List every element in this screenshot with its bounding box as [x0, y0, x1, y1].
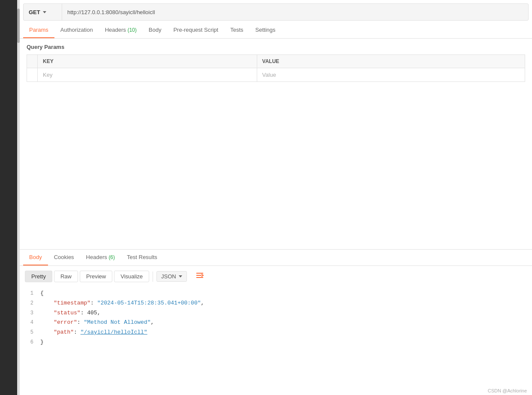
format-btn-preview[interactable]: Preview — [80, 271, 112, 282]
json-line-1: 1 { — [20, 289, 532, 299]
json-line-4: 4 "error": "Method Not Allowed", — [20, 318, 532, 328]
format-divider — [153, 271, 153, 282]
method-label: GET — [29, 9, 40, 15]
response-tab-test-results[interactable]: Test Results — [121, 250, 163, 265]
format-btn-pretty[interactable]: Pretty — [25, 271, 52, 282]
footer: CSDN @Achlorine — [20, 386, 532, 395]
value-input-cell[interactable]: Value — [257, 68, 525, 82]
json-line-3: 3 "status": 405, — [20, 308, 532, 318]
format-type-selector[interactable]: JSON — [156, 271, 187, 282]
line-num-5: 5 — [20, 329, 40, 337]
line-num-4: 4 — [20, 319, 40, 327]
json-brace-open: { — [40, 289, 532, 298]
chevron-down-icon — [43, 11, 46, 13]
json-line-2: 2 "timestamp": "2024-05-14T15:28:35.041+… — [20, 299, 532, 308]
json-brace-close: } — [40, 338, 532, 347]
json-line-3-content: "status": 405, — [40, 309, 532, 318]
value-col-header: VALUE — [257, 55, 525, 68]
params-section: Query Params KEY VALUE Key — [20, 39, 532, 82]
footer-credit: CSDN @Achlorine — [488, 388, 527, 393]
params-table: KEY VALUE Key Value — [27, 54, 525, 82]
headers-badge: (10) — [127, 27, 136, 33]
request-spacer — [20, 82, 532, 249]
scroll-thumb[interactable] — [17, 9, 20, 43]
key-input-cell[interactable]: Key — [38, 68, 257, 82]
line-num-3: 3 — [20, 309, 40, 317]
format-toolbar: Pretty Raw Preview Visualize JSON — [20, 266, 532, 287]
checkbox-col-header — [27, 55, 38, 68]
response-tab-cookies[interactable]: Cookies — [48, 250, 80, 265]
format-btn-raw[interactable]: Raw — [54, 271, 78, 282]
table-row: Key Value — [27, 68, 525, 82]
main-content: GET Params Authorization Headers (10) Bo… — [20, 0, 532, 395]
json-display: 1 { 2 "timestamp": "2024-05-14T15:28:35.… — [20, 287, 532, 386]
tab-prerequest[interactable]: Pre-request Script — [167, 22, 224, 38]
url-input[interactable] — [62, 9, 528, 15]
json-line-4-content: "error": "Method Not Allowed", — [40, 318, 532, 327]
response-section: Body Cookies Headers (6) Test Results Pr… — [20, 249, 532, 395]
row-checkbox[interactable] — [27, 68, 38, 82]
response-tabs: Body Cookies Headers (6) Test Results — [20, 250, 532, 266]
tab-tests[interactable]: Tests — [224, 22, 249, 38]
request-tabs: Params Authorization Headers (10) Body P… — [20, 22, 532, 39]
path-link[interactable]: "/sayicll/helloIcll" — [81, 329, 147, 335]
line-num-6: 6 — [20, 338, 40, 347]
tab-body[interactable]: Body — [143, 22, 168, 38]
tab-settings[interactable]: Settings — [249, 22, 282, 38]
url-bar: GET — [23, 3, 529, 21]
format-chevron-icon — [179, 275, 182, 277]
tab-authorization[interactable]: Authorization — [54, 22, 99, 38]
sidebar — [0, 0, 17, 395]
tab-params[interactable]: Params — [23, 22, 54, 38]
query-params-title: Query Params — [27, 44, 525, 50]
key-col-header: KEY — [38, 55, 257, 68]
line-num-1: 1 — [20, 289, 40, 298]
format-type-label: JSON — [161, 273, 176, 280]
response-headers-badge: (6) — [108, 254, 115, 260]
response-tab-body[interactable]: Body — [23, 250, 48, 265]
response-tab-headers[interactable]: Headers (6) — [80, 250, 121, 265]
line-num-2: 2 — [20, 299, 40, 308]
scroll-bar[interactable] — [17, 0, 20, 395]
json-line-5: 5 "path": "/sayicll/helloIcll" — [20, 328, 532, 338]
json-line-2-content: "timestamp": "2024-05-14T15:28:35.041+00… — [40, 299, 532, 308]
wrap-button[interactable] — [192, 269, 207, 283]
format-btn-visualize[interactable]: Visualize — [114, 271, 149, 282]
json-line-5-content: "path": "/sayicll/helloIcll" — [40, 328, 532, 337]
tab-headers[interactable]: Headers (10) — [99, 22, 143, 38]
json-line-6: 6 } — [20, 338, 532, 347]
method-selector[interactable]: GET — [24, 4, 62, 20]
